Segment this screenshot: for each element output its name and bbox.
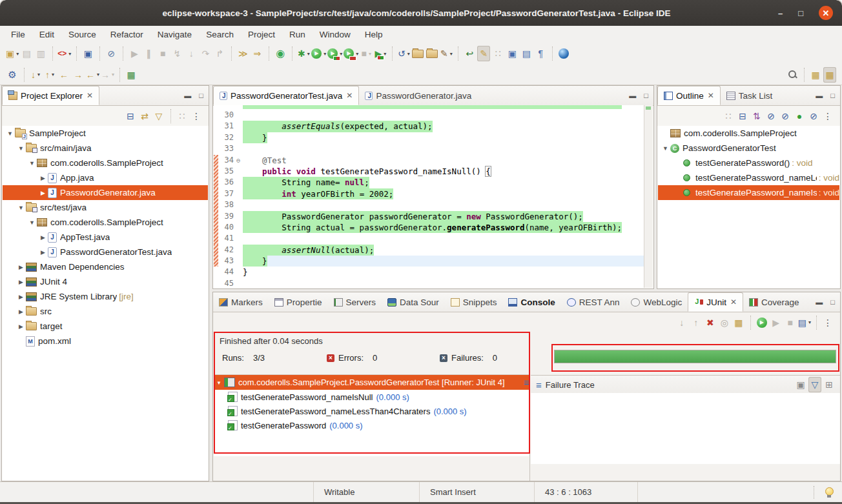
focus-on-active-task-icon[interactable]: ∷: [722, 108, 735, 124]
minimize-view-icon[interactable]: ▬: [184, 92, 191, 99]
bottom-tab-snippets[interactable]: Snippets: [445, 292, 503, 312]
skip-breakpoints-icon[interactable]: ⊘: [105, 46, 118, 61]
bottom-tab-servers[interactable]: Servers: [328, 292, 382, 312]
dropdown-caret-icon[interactable]: ▾: [97, 72, 99, 77]
line-number[interactable]: 42: [218, 245, 234, 256]
dropdown-caret-icon[interactable]: ▾: [369, 51, 371, 57]
run-last-launch-icon[interactable]: ▶▾: [374, 46, 387, 61]
line-number[interactable]: 44: [218, 267, 234, 277]
code-line-40[interactable]: 40 String actual = passwordGenerator.gen…: [214, 222, 644, 233]
code-line-37[interactable]: 37 int yearOFBirth = 2002;: [214, 188, 644, 199]
run-icon[interactable]: ▶▾: [311, 46, 326, 61]
bottom-tab-junit[interactable]: JUnit✕: [688, 292, 743, 312]
java-refactor-icon[interactable]: <>▾: [57, 46, 71, 61]
step-return-icon[interactable]: ↱: [213, 46, 226, 61]
previous-edit-location-icon[interactable]: ←: [57, 67, 70, 83]
dropdown-caret-icon[interactable]: ▾: [407, 51, 410, 57]
minimize-view-icon[interactable]: ▬: [816, 92, 823, 99]
line-number[interactable]: 39: [218, 211, 234, 222]
step-into-icon[interactable]: ↓: [185, 46, 198, 61]
hide-non-public-members-icon[interactable]: ●: [793, 108, 806, 124]
explorer-item-junit-4[interactable]: ▶JUnit 4: [3, 274, 208, 289]
new-web-service-icon[interactable]: ↺▾: [397, 46, 410, 61]
mark-occurrences-icon[interactable]: ✎: [477, 46, 490, 61]
code-editor[interactable]: 3031 assertEquals(expected, actual);32 }…: [214, 105, 653, 288]
collapse-all-icon[interactable]: ⊟: [124, 108, 137, 124]
test-result-testgeneratepassword-namelessthan4charaters[interactable]: testGeneratePassword_nameLessThan4Charat…: [214, 404, 529, 418]
expand-arrow-icon[interactable]: ▼: [16, 205, 26, 211]
menu-search[interactable]: Search: [199, 26, 241, 43]
menu-refactor[interactable]: Refactor: [103, 26, 150, 43]
explorer-item-com-coderolls-sampleproject[interactable]: ▼com.coderolls.SampleProject: [3, 156, 208, 170]
explorer-item-jre-system-library[interactable]: ▶JRE System Library [jre]: [3, 289, 208, 304]
explorer-item-passwordgeneratortest-java[interactable]: ▶PasswordGeneratorTest.java: [3, 245, 208, 259]
outline-item-testgeneratepassword-nameisnull[interactable]: testGeneratePassword_nameIsNull() : void: [658, 185, 839, 200]
expand-arrow-icon[interactable]: ▼: [5, 130, 15, 137]
focus-on-active-task-icon[interactable]: ∷: [176, 108, 189, 124]
line-number[interactable]: 38: [218, 199, 234, 210]
rerun-test-icon[interactable]: ▶: [755, 315, 768, 330]
dropdown-caret-icon[interactable]: ▾: [16, 51, 19, 57]
minimize-window-icon[interactable]: –: [778, 8, 783, 18]
failure-trace-content[interactable]: [531, 393, 840, 464]
dropdown-caret-icon[interactable]: ▾: [808, 319, 811, 325]
code-line-35[interactable]: 35 public void testGeneratePassword_name…: [214, 166, 644, 177]
view-menu-icon[interactable]: ⋮: [821, 108, 834, 124]
spring-boot-dashboard-icon[interactable]: ◉: [274, 46, 287, 61]
forward-icon[interactable]: →▾: [101, 67, 114, 83]
stop-icon[interactable]: ■▾: [360, 46, 373, 61]
new-wizard-icon[interactable]: ▣▾: [6, 46, 19, 61]
expand-arrow-icon[interactable]: ▶: [38, 249, 48, 256]
show-skipped-tests-icon[interactable]: ◎: [718, 315, 731, 330]
back-icon[interactable]: ←▾: [86, 67, 99, 83]
dropdown-caret-icon[interactable]: ▾: [307, 51, 310, 57]
close-tab-icon[interactable]: ✕: [708, 91, 714, 100]
maximize-view-icon[interactable]: □: [644, 92, 648, 99]
code-line-41[interactable]: 41: [214, 233, 644, 244]
line-number[interactable]: 33: [218, 143, 234, 154]
previous-failed-test-icon[interactable]: ↑: [690, 315, 703, 330]
test-result-testgeneratepassword-nameisnull[interactable]: testGeneratePassword_nameIsNull(0.000 s): [214, 390, 529, 404]
close-window-icon[interactable]: ✕: [819, 6, 833, 20]
menu-source[interactable]: Source: [61, 26, 103, 43]
hide-fields-icon[interactable]: ⊘: [765, 108, 777, 124]
line-number[interactable]: 30: [218, 110, 234, 121]
expand-arrow-icon[interactable]: ▶: [38, 175, 48, 181]
dropdown-caret-icon[interactable]: ▾: [450, 51, 453, 57]
expand-arrow-icon[interactable]: ▶: [16, 323, 26, 330]
outline-tab-outline[interactable]: Outline✕: [657, 86, 721, 105]
show-source-icon[interactable]: ▣: [506, 46, 519, 61]
pause-icon[interactable]: ∥: [142, 46, 155, 61]
code-line-45[interactable]: 45: [214, 278, 644, 288]
expand-arrow-icon[interactable]: ▶: [38, 190, 48, 196]
junit-splitter[interactable]: [529, 372, 530, 481]
run-to-line-icon[interactable]: ⇒: [251, 46, 263, 61]
expand-arrow-icon[interactable]: ▼: [16, 145, 26, 152]
pin-editor-icon[interactable]: ▦: [125, 67, 138, 83]
open-perspective-icon[interactable]: ▦: [809, 67, 822, 83]
annotate-icon[interactable]: ✎▾: [440, 46, 453, 61]
bottom-tab-console[interactable]: Console: [502, 292, 560, 312]
menu-help[interactable]: Help: [358, 26, 390, 43]
disconnect-icon[interactable]: ↯: [170, 46, 183, 61]
hide-local-types-icon[interactable]: ⊘: [807, 108, 820, 124]
show-documentation-icon[interactable]: ▤: [520, 46, 533, 61]
menu-navigate[interactable]: Navigate: [150, 26, 199, 43]
open-console-icon[interactable]: ▣: [81, 46, 94, 61]
outline-item-testgeneratepassword[interactable]: testGeneratePassword() : void: [658, 156, 839, 170]
expand-arrow-icon[interactable]: ▶: [16, 294, 26, 300]
outline-item-testgeneratepassword-namelessthan4charaters[interactable]: testGeneratePassword_nameLessThan4Charat…: [658, 170, 839, 185]
expand-arrow-icon[interactable]: ▶: [38, 234, 48, 241]
expand-arrow-icon[interactable]: ▾: [214, 379, 224, 386]
explorer-tab-project-explorer[interactable]: Project Explorer✕: [2, 86, 99, 105]
use-step-filters-icon[interactable]: ≫: [236, 46, 249, 61]
code-line-31[interactable]: 31 assertEquals(expected, actual);: [214, 121, 644, 132]
profile-icon[interactable]: ▶▾: [344, 46, 358, 61]
fold-minus-icon[interactable]: ⊖: [234, 155, 243, 166]
code-line-44[interactable]: 44}: [214, 267, 644, 277]
code-line-36[interactable]: 36 String name= null;: [214, 177, 644, 188]
dropdown-caret-icon[interactable]: ▾: [52, 72, 54, 77]
outline-tab-task-list[interactable]: Task List: [721, 86, 779, 105]
expand-arrow-icon[interactable]: ▼: [661, 145, 670, 152]
code-line-34[interactable]: 34⊖ @Test: [214, 155, 644, 166]
